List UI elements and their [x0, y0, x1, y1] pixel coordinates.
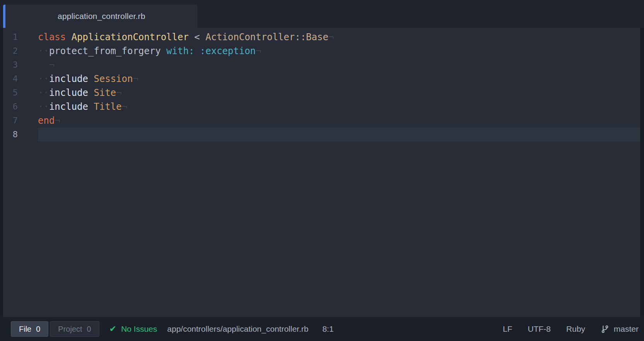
check-icon: ✔ [109, 324, 116, 334]
line-number: 2 [3, 44, 38, 58]
code-line-text: ··protect_from_forgery with: :exception¬ [38, 44, 640, 58]
code-line[interactable]: 6··include Title¬ [3, 100, 640, 114]
linter-count-buttons: File 0 Project 0 [11, 321, 99, 337]
code-editor[interactable]: 1class ApplicationController < ActionCon… [3, 28, 640, 317]
tab-application-controller[interactable]: application_controller.rb [3, 5, 198, 28]
code-line-text: class ApplicationController < ActionCont… [38, 30, 640, 44]
code-lines: 1class ApplicationController < ActionCon… [3, 30, 640, 142]
line-number: 4 [3, 72, 38, 86]
code-line[interactable]: 8 [3, 128, 640, 142]
line-number: 6 [3, 100, 38, 114]
line-number: 8 [3, 128, 38, 142]
code-line-text [38, 128, 640, 142]
status-bar: File 0 Project 0 ✔ No Issues app/control… [0, 317, 644, 341]
code-line-text: ··include Site¬ [38, 86, 640, 100]
git-branch-status[interactable]: master [601, 324, 639, 334]
cursor-position[interactable]: 8:1 [322, 324, 334, 334]
lint-status[interactable]: ✔ No Issues [109, 324, 157, 334]
code-line[interactable]: 2··protect_from_forgery with: :exception… [3, 44, 640, 58]
file-issues-button[interactable]: File 0 [11, 321, 48, 337]
line-number: 1 [3, 30, 38, 44]
line-number: 5 [3, 86, 38, 100]
file-issues-count: 0 [36, 325, 40, 334]
line-number: 7 [3, 114, 38, 128]
tab-bar: application_controller.rb [0, 0, 644, 28]
git-branch-icon [601, 324, 609, 334]
project-issues-count: 0 [87, 325, 91, 334]
grammar-selector[interactable]: Ruby [566, 324, 585, 334]
line-number: 3 [3, 58, 38, 72]
lint-status-label: No Issues [121, 324, 157, 334]
tab-title: application_controller.rb [58, 12, 145, 21]
code-line-text: end¬ [38, 114, 640, 128]
file-path: app/controllers/application_controller.r… [167, 324, 308, 334]
line-ending-selector[interactable]: LF [503, 324, 513, 334]
code-line[interactable]: 7end¬ [3, 114, 640, 128]
project-issues-button[interactable]: Project 0 [50, 321, 99, 337]
encoding-selector[interactable]: UTF-8 [528, 324, 551, 334]
status-bar-right: LF UTF-8 Ruby master [503, 324, 639, 334]
code-line[interactable]: 5··include Site¬ [3, 86, 640, 100]
code-line-text: ¬ [38, 58, 640, 72]
file-issues-label: File [19, 325, 31, 334]
git-branch-name: master [614, 324, 639, 334]
code-line-text: ··include Title¬ [38, 100, 640, 114]
project-issues-label: Project [58, 325, 82, 334]
code-line[interactable]: 1class ApplicationController < ActionCon… [3, 30, 640, 44]
code-line[interactable]: 4··include Session¬ [3, 72, 640, 86]
status-bar-left: File 0 Project 0 ✔ No Issues app/control… [11, 321, 503, 337]
code-line[interactable]: 3 ¬ [3, 58, 640, 72]
code-line-text: ··include Session¬ [38, 72, 640, 86]
